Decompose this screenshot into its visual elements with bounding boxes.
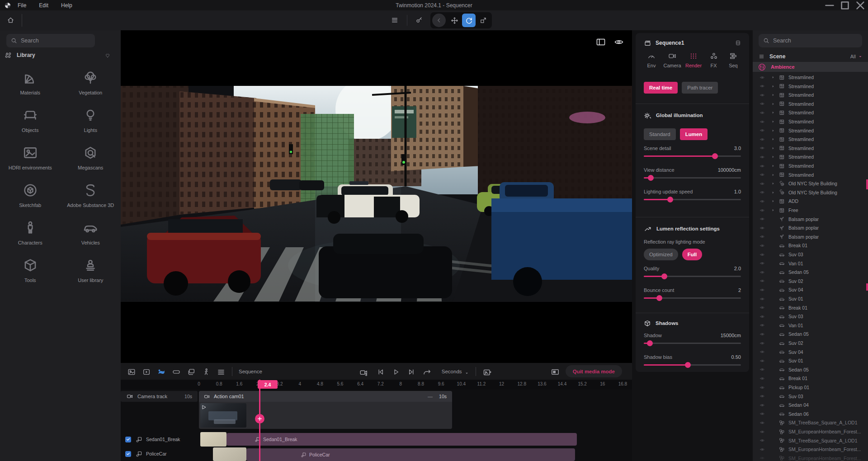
scene-row-streamlined[interactable]: Streamlined	[753, 99, 868, 108]
menu-help[interactable]: Help	[55, 0, 79, 10]
time-unit-dropdown[interactable]: Seconds	[442, 369, 462, 374]
image-mode-icon[interactable]	[127, 368, 136, 375]
scene-row-suv-02[interactable]: Suv 02	[753, 339, 868, 348]
library-search-input[interactable]: Search	[6, 34, 95, 47]
scene-row-sm-europeanhornbeam-forest-[interactable]: SM_EuropeanHornbeam_Forest...	[753, 445, 868, 454]
scene-row-van-01[interactable]: Van 01	[753, 321, 868, 330]
picker-tool-button[interactable]	[412, 13, 426, 27]
scene-row-suv-03[interactable]: Suv 03	[753, 250, 868, 259]
scene-row-streamlined[interactable]: Streamlined	[753, 108, 868, 117]
scene-row-sedan-04[interactable]: Sedan 04	[753, 400, 868, 409]
tab-render[interactable]: Render	[685, 52, 702, 73]
tab-seq[interactable]: Seq	[726, 52, 741, 73]
slider-track[interactable]	[644, 199, 741, 200]
scene-row-sm-europeanhornbeam-forest-[interactable]: SM_EuropeanHornbeam_Forest...	[753, 427, 868, 436]
slider-knob[interactable]	[661, 273, 667, 279]
scene-row-suv-02[interactable]: Suv 02	[753, 277, 868, 286]
tab-fx[interactable]: FX	[706, 52, 722, 73]
tab-camera[interactable]: Camera	[663, 52, 681, 73]
scene-filter-value[interactable]: All	[850, 54, 856, 59]
slider-track[interactable]	[644, 276, 741, 277]
scene-row-streamlined[interactable]: Streamlined	[753, 82, 868, 91]
slider-track[interactable]	[644, 155, 741, 157]
menu-file[interactable]: File	[11, 0, 33, 10]
scene-row-streamlined[interactable]: Streamlined	[753, 144, 868, 153]
clip-collapse[interactable]: —	[428, 394, 433, 399]
mode-button-full[interactable]: Full	[682, 249, 702, 260]
add-camera-icon[interactable]	[359, 368, 368, 375]
menu-edit[interactable]: Edit	[33, 0, 55, 10]
scene-row-break-01[interactable]: Break 01	[753, 303, 868, 312]
library-item-vegetation[interactable]: Vegetation	[61, 70, 121, 96]
slider-track[interactable]	[644, 297, 741, 299]
slider-track[interactable]	[644, 177, 741, 179]
quit-media-mode-button[interactable]: Quit media mode	[566, 365, 622, 377]
library-item-megascans[interactable]: Megascans	[61, 145, 121, 171]
scene-row-van-01[interactable]: Van 01	[753, 259, 868, 268]
camera-track-header[interactable]: Camera track 10s	[121, 391, 198, 402]
mode-button-standard[interactable]: Standard	[644, 128, 676, 140]
sedan-track-checkbox[interactable]	[125, 437, 131, 442]
slider-knob[interactable]	[648, 175, 654, 181]
scene-row-sedan-05[interactable]: Sedan 05	[753, 329, 868, 339]
library-item-characters[interactable]: Characters	[0, 220, 61, 246]
slider-track[interactable]	[644, 343, 741, 344]
playhead-add-keyframe-button[interactable]	[255, 414, 264, 423]
mode-button-lumen[interactable]: Lumen	[680, 128, 708, 140]
time-unit-caret-icon[interactable]	[465, 372, 469, 375]
loop-icon[interactable]	[423, 368, 432, 375]
scene-search-input[interactable]: Search	[759, 34, 862, 47]
scene-row-streamlined[interactable]: Streamlined	[753, 135, 868, 144]
slider-knob[interactable]	[667, 197, 673, 202]
scene-row-streamlined[interactable]: Streamlined	[753, 117, 868, 126]
scene-row-balsam-poplar[interactable]: Balsam poplar	[753, 232, 868, 241]
tab-env[interactable]: Env	[644, 52, 659, 73]
scene-row-streamlined[interactable]: Streamlined	[753, 161, 868, 170]
police-clip-thumbnail[interactable]	[213, 447, 246, 461]
scene-row-balsam-poplar[interactable]: Balsam poplar	[753, 215, 868, 224]
home-button[interactable]	[4, 13, 17, 27]
scene-row-streamlined[interactable]: Streamlined	[753, 152, 868, 161]
window-maximize-button[interactable]	[837, 0, 853, 10]
filter-caret-icon[interactable]	[858, 55, 863, 59]
library-item-user-library[interactable]: User library	[61, 258, 121, 283]
library-item-vehicles[interactable]: Vehicles	[61, 220, 121, 246]
slider-knob[interactable]	[656, 295, 662, 301]
library-item-lights[interactable]: Lights	[61, 108, 121, 133]
scrollbar-mark[interactable]	[866, 283, 868, 291]
camera-clip[interactable]: Action cam01 — 10s	[199, 391, 452, 429]
scene-row-suv-04[interactable]: Suv 04	[753, 348, 868, 357]
back-button[interactable]	[432, 14, 446, 27]
library-item-hdri-environments[interactable]: HDRI environments	[0, 145, 61, 171]
image-set-icon[interactable]	[187, 368, 195, 375]
window-minimize-button[interactable]	[822, 0, 837, 10]
rotate-tool-button[interactable]	[462, 14, 476, 27]
playhead-time-badge[interactable]: 2.4	[258, 380, 278, 389]
keyframe-thumbnail[interactable]	[200, 403, 246, 428]
scene-row-free[interactable]: Free	[753, 206, 868, 215]
scene-row-old-nyc-style-building[interactable]: Old NYC Style Building	[753, 179, 868, 188]
slider-knob[interactable]	[647, 340, 653, 346]
slider-knob[interactable]	[685, 362, 691, 368]
scene-row-pickup-01[interactable]: Pickup 01	[753, 383, 868, 392]
sedan-track-header[interactable]: Sedan01_Break	[121, 433, 198, 446]
library-item-objects[interactable]: Objects	[0, 108, 61, 133]
viewport[interactable]	[121, 30, 632, 363]
export-media-icon[interactable]	[483, 368, 492, 375]
timeline-ruler[interactable]: 00.81.62.43.244.85.66.47.288.89.610.411.…	[121, 380, 632, 390]
mode-button-optimized[interactable]: Optimized	[644, 249, 678, 260]
video-mode-icon[interactable]	[142, 368, 151, 375]
police-track-checkbox[interactable]	[125, 451, 131, 457]
scene-row-sm-treebase-square-a-lod1[interactable]: SM_TreeBase_Square_A_LOD1	[753, 436, 868, 445]
scene-row-break-01[interactable]: Break 01	[753, 241, 868, 250]
sequence-dock-icon[interactable]	[735, 40, 741, 46]
presentation-mode-icon[interactable]	[202, 368, 210, 375]
scene-row-sm-treebase-square-a-lod1[interactable]: SM_TreeBase_Square_A_LOD1	[753, 418, 868, 427]
scene-menu-icon[interactable]	[758, 54, 765, 59]
scene-row-suv-01[interactable]: Suv 01	[753, 356, 868, 365]
sedan-clip-thumbnail[interactable]	[200, 432, 226, 447]
scene-row-old-nyc-style-building[interactable]: Old NYC Style Building	[753, 188, 868, 197]
scale-tool-button[interactable]	[476, 14, 490, 27]
phasing-mode-icon[interactable]	[217, 368, 225, 375]
mode-button-path-tracer[interactable]: Path tracer	[682, 82, 718, 94]
